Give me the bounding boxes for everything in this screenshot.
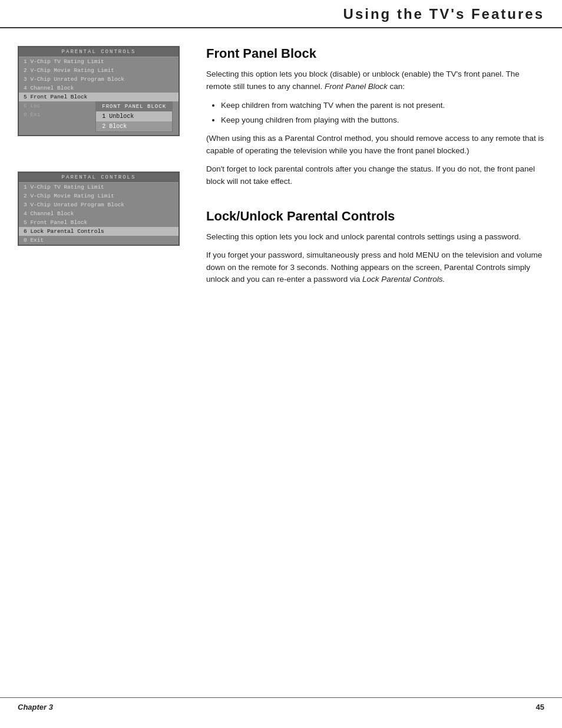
menu-item-2-1: 1 V-Chip TV Rating Limit bbox=[19, 183, 178, 192]
section-front-panel-block: Front Panel Block Selecting this option … bbox=[206, 46, 544, 188]
section2-heading: Lock/Unlock Parental Controls bbox=[206, 209, 544, 224]
section1-para2: (When using this as a Parental Control m… bbox=[206, 133, 544, 157]
screen-mockup-1: PARENTAL CONTROLS 1 V-Chip TV Rating Lim… bbox=[18, 46, 189, 148]
menu-header-1: PARENTAL CONTROLS bbox=[19, 47, 178, 57]
page-header: Using the TV's Features bbox=[0, 0, 562, 28]
menu-item-2-0: 0 Exit bbox=[19, 236, 178, 245]
menu-item-1-0: 0 Exi bbox=[19, 110, 72, 119]
section2-para1: Selecting this option lets you lock and … bbox=[206, 231, 544, 243]
menu-item-2-2: 2 V-Chip Movie Rating Limit bbox=[19, 192, 178, 200]
menu-item-2-6: 6 Lock Parental Controls bbox=[19, 227, 178, 236]
menu-header-2: PARENTAL CONTROLS bbox=[19, 173, 178, 183]
tv-screen-2: PARENTAL CONTROLS 1 V-Chip TV Rating Lim… bbox=[18, 172, 180, 246]
page-number: 45 bbox=[536, 703, 544, 711]
menu-item-1-4: 4 Channel Block bbox=[19, 84, 178, 93]
section1-bullets: Keep children from watching TV when the … bbox=[221, 99, 544, 127]
menu-item-2-3: 3 V-Chip Unrated Program Block bbox=[19, 200, 178, 209]
menu-item-1-3: 3 V-Chip Unrated Program Block bbox=[19, 75, 178, 84]
section1-para3: Don't forget to lock parental controls a… bbox=[206, 163, 544, 188]
section2-para2: If you forget your password, simultaneou… bbox=[206, 249, 544, 286]
chapter-label: Chapter 3 bbox=[18, 703, 53, 711]
menu-item-1-2: 2 V-Chip Movie Rating Limit bbox=[19, 66, 178, 75]
section1-bullet-1: Keep children from watching TV when the … bbox=[221, 99, 544, 112]
section1-bullet-2: Keep young children from playing with th… bbox=[221, 114, 544, 127]
page-footer: Chapter 3 45 bbox=[0, 697, 562, 716]
tv-screen-1: PARENTAL CONTROLS 1 V-Chip TV Rating Lim… bbox=[18, 46, 180, 136]
menu-item-2-4: 4 Channel Block bbox=[19, 209, 178, 218]
menu-item-1-5: 5 Front Panel Block bbox=[19, 93, 178, 101]
section1-heading: Front Panel Block bbox=[206, 46, 544, 61]
submenu-header-1: FRONT PANEL BLOCK bbox=[96, 102, 172, 111]
section1-para1: Selecting this option lets you block (di… bbox=[206, 68, 544, 93]
submenu-1: FRONT PANEL BLOCK 1 Unblock 2 Block bbox=[95, 101, 173, 132]
screen-mockup-2: PARENTAL CONTROLS 1 V-Chip TV Rating Lim… bbox=[18, 172, 189, 258]
menu-item-2-5: 5 Front Panel Block bbox=[19, 218, 178, 227]
section-lock-unlock: Lock/Unlock Parental Controls Selecting … bbox=[206, 209, 544, 286]
menu-item-1-1: 1 V-Chip TV Rating Limit bbox=[19, 57, 178, 66]
submenu-item-1-unblock: 1 Unblock bbox=[96, 111, 172, 121]
right-column: Front Panel Block Selecting this option … bbox=[206, 46, 544, 307]
left-column: PARENTAL CONTROLS 1 V-Chip TV Rating Lim… bbox=[18, 46, 189, 307]
submenu-item-1-block: 2 Block bbox=[96, 121, 172, 131]
page-content: PARENTAL CONTROLS 1 V-Chip TV Rating Lim… bbox=[0, 28, 562, 324]
page-title: Using the TV's Features bbox=[343, 6, 544, 22]
menu-item-1-6: 6 Loc bbox=[19, 101, 72, 110]
